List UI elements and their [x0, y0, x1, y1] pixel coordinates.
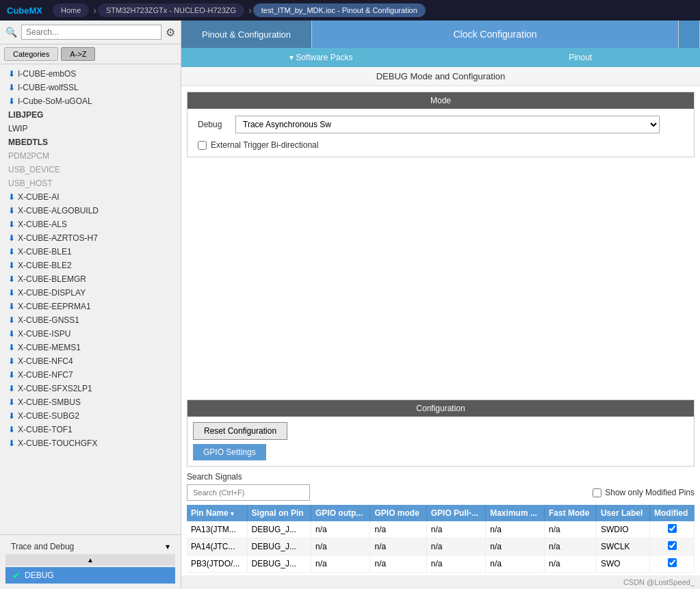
breadcrumb-device[interactable]: STM32H723ZGTx - NUCLEO-H723ZG: [98, 3, 244, 17]
table-cell-1-3: n/a: [370, 538, 426, 555]
sidebar-item-16[interactable]: ⬇X-CUBE-DISPLAY: [0, 286, 181, 300]
col-signal[interactable]: Signal on Pin: [247, 505, 311, 521]
sidebar-item-22[interactable]: ⬇X-CUBE-NFC7: [0, 368, 181, 382]
show-modified-checkbox[interactable]: [593, 488, 601, 497]
table-cell-1-7: SWCLK: [596, 538, 649, 555]
modified-checkbox-2[interactable]: [668, 558, 677, 567]
col-gpio-out[interactable]: GPIO outp...: [311, 505, 370, 521]
sidebar-item-11[interactable]: ⬇X-CUBE-ALS: [0, 218, 181, 231]
sidebar-item-15[interactable]: ⬇X-CUBE-BLEMGR: [0, 272, 181, 286]
table-row[interactable]: PB3(JTDO/...DEBUG_J...n/an/an/an/an/aSWO: [187, 555, 695, 573]
table-header-row: Pin Name ▾ Signal on Pin GPIO outp... GP…: [187, 505, 695, 521]
sidebar-item-10[interactable]: ⬇X-CUBE-ALGOBUILD: [0, 204, 181, 218]
tab-pinout-config[interactable]: Pinout & Configuration: [181, 21, 312, 48]
scroll-up-button[interactable]: ▲: [5, 554, 175, 566]
sidebar-tab-bar: Categories A->Z: [0, 44, 181, 64]
sidebar-item-14[interactable]: ⬇X-CUBE-BLE2: [0, 259, 181, 272]
table-cell-1-1: DEBUG_J...: [247, 538, 311, 555]
mode-empty-area: [181, 163, 700, 400]
trace-debug-section[interactable]: Trace and Debug ▾: [5, 539, 175, 554]
sidebar-item-4[interactable]: LWIP: [0, 122, 181, 135]
gear-icon[interactable]: ⚙: [166, 26, 175, 39]
config-content: Reset Configuration GPIO Settings: [187, 417, 694, 466]
sidebar-item-8[interactable]: USB_HOST: [0, 176, 181, 190]
sidebar-item-2[interactable]: ⬇I-Cube-SoM-uGOAL: [0, 94, 181, 108]
table-cell-0-4: n/a: [426, 521, 485, 538]
sidebar-item-9[interactable]: ⬇X-CUBE-AI: [0, 190, 181, 204]
sidebar-item-label-10: X-CUBE-ALGOBUILD: [18, 206, 99, 215]
signals-search-input[interactable]: [187, 484, 310, 501]
col-maximum[interactable]: Maximum ...: [486, 505, 545, 521]
sidebar-item-13[interactable]: ⬇X-CUBE-BLE1: [0, 245, 181, 259]
table-cell-1-4: n/a: [426, 538, 485, 555]
breadcrumb-home[interactable]: Home: [53, 3, 89, 17]
tab-clock-config[interactable]: Clock Configuration: [312, 21, 679, 48]
sidebar-item-17[interactable]: ⬇X-CUBE-EEPRMA1: [0, 300, 181, 313]
col-pin-name[interactable]: Pin Name ▾: [187, 505, 247, 521]
gpio-settings-button[interactable]: GPIO Settings: [193, 444, 266, 460]
sidebar-search-bar: 🔍 ⚙: [0, 21, 181, 44]
sidebar-item-label-3: LIBJPEG: [8, 110, 43, 120]
col-user-label[interactable]: User Label: [596, 505, 649, 521]
sidebar-item-12[interactable]: ⬇X-CUBE-AZRTOS-H7: [0, 231, 181, 245]
breadcrumb-arrow-1: ›: [93, 5, 96, 16]
sidebar-item-19[interactable]: ⬇X-CUBE-ISPU: [0, 327, 181, 341]
breadcrumb-project[interactable]: test_ITM_by_MDK.ioc - Pinout & Configura…: [253, 3, 426, 17]
debug-item[interactable]: ✔ DEBUG: [5, 567, 175, 584]
sidebar-item-label-13: X-CUBE-BLE1: [18, 247, 72, 257]
table-row[interactable]: PA14(JTC...DEBUG_J...n/an/an/an/an/aSWCL…: [187, 538, 695, 555]
sidebar-item-label-21: X-CUBE-NFC4: [18, 356, 73, 366]
sort-icon: ▾: [231, 510, 234, 517]
sidebar-item-3[interactable]: LIBJPEG: [0, 108, 181, 122]
download-icon-17: ⬇: [8, 302, 15, 311]
sidebar-item-24[interactable]: ⬇X-CUBE-SMBUS: [0, 395, 181, 409]
sidebar-search-input[interactable]: [21, 25, 161, 40]
sidebar-item-label-8: USB_HOST: [8, 179, 53, 188]
download-icon-16: ⬇: [8, 288, 15, 298]
download-icon-11: ⬇: [8, 220, 15, 229]
tab-categories[interactable]: Categories: [4, 47, 58, 61]
reset-config-button[interactable]: Reset Configuration: [193, 422, 287, 440]
col-gpio-pull[interactable]: GPIO Pull-...: [426, 505, 485, 521]
download-icon-9: ⬇: [8, 192, 15, 202]
debug-mode-select[interactable]: Trace Asynchronous Sw: [235, 116, 660, 133]
signals-search-row: Show only Modified Pins: [187, 484, 695, 501]
sidebar-item-label-9: X-CUBE-AI: [18, 192, 60, 202]
sidebar-item-label-14: X-CUBE-BLE2: [18, 261, 72, 270]
table-cell-0-2: n/a: [311, 521, 370, 538]
sidebar-item-label-19: X-CUBE-ISPU: [18, 329, 70, 339]
sidebar-item-25[interactable]: ⬇X-CUBE-SUBG2: [0, 409, 181, 423]
download-icon-19: ⬇: [8, 329, 15, 339]
sidebar-item-label-4: LWIP: [8, 124, 27, 133]
modified-checkbox-1[interactable]: [668, 541, 677, 550]
sidebar-item-label-25: X-CUBE-SUBG2: [18, 411, 79, 421]
modified-checkbox-0[interactable]: [668, 524, 677, 533]
sidebar-item-1[interactable]: ⬇I-CUBE-wolfSSL: [0, 81, 181, 94]
download-icon-14: ⬇: [8, 261, 15, 270]
sidebar-item-18[interactable]: ⬇X-CUBE-GNSS1: [0, 313, 181, 327]
sidebar-item-6[interactable]: PDM2PCM: [0, 149, 181, 163]
pinout-button[interactable]: Pinout: [569, 53, 592, 62]
sidebar-item-label-18: X-CUBE-GNSS1: [18, 315, 79, 325]
col-fast-mode[interactable]: Fast Mode: [544, 505, 596, 521]
software-packs-button[interactable]: ▾ Software Packs: [289, 53, 353, 62]
sidebar-item-5[interactable]: MBEDTLS: [0, 135, 181, 149]
table-row[interactable]: PA13(JTM...DEBUG_J...n/an/an/an/an/aSWDI…: [187, 521, 695, 538]
app-logo: CubeMX: [7, 5, 42, 16]
download-icon-18: ⬇: [8, 315, 15, 325]
sidebar-item-20[interactable]: ⬇X-CUBE-MEMS1: [0, 341, 181, 354]
sidebar-item-23[interactable]: ⬇X-CUBE-SFXS2LP1: [0, 382, 181, 395]
sidebar-item-0[interactable]: ⬇I-CUBE-embOS: [0, 67, 181, 81]
col-gpio-mode[interactable]: GPIO mode: [370, 505, 426, 521]
download-icon-2: ⬇: [8, 96, 15, 106]
sidebar-item-label-15: X-CUBE-BLEMGR: [18, 274, 86, 284]
sidebar-item-label-26: X-CUBE-TOF1: [18, 425, 73, 434]
tab-az[interactable]: A->Z: [61, 47, 95, 61]
ext-trigger-checkbox[interactable]: [198, 141, 207, 150]
search-icon: 🔍: [5, 27, 17, 38]
sidebar-item-21[interactable]: ⬇X-CUBE-NFC4: [0, 354, 181, 368]
col-modified[interactable]: Modified: [650, 505, 695, 521]
sidebar-item-26[interactable]: ⬇X-CUBE-TOF1: [0, 423, 181, 436]
sidebar-item-7[interactable]: USB_DEVICE: [0, 163, 181, 176]
sidebar-item-27[interactable]: ⬇X-CUBE-TOUCHGFX: [0, 436, 181, 450]
